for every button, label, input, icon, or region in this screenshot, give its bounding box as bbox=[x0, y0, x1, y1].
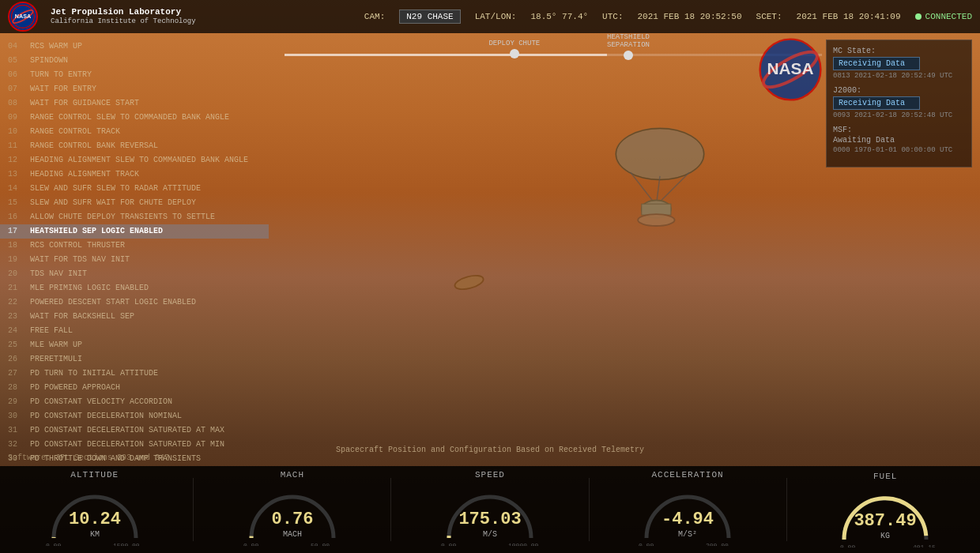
mc-state-value: Receiving Data bbox=[833, 57, 920, 70]
list-item: 26PRERETIMULI bbox=[0, 352, 269, 367]
msf-sub: 0000 1970-01-01 00:00:00 UTC bbox=[833, 146, 965, 154]
list-item: 08WAIT FOR GUIDANCE START bbox=[0, 96, 269, 111]
list-item: 24FREE FALL bbox=[0, 324, 269, 338]
event-label: MLE PRIMING LOGIC ENABLED bbox=[30, 283, 149, 294]
event-label: PD POWERED APPROACH bbox=[30, 382, 120, 393]
progress-bar-area: DEPLOY CHUTE HEATSHIELDSEPARATION bbox=[285, 33, 822, 61]
list-item: 04RCS WARM UP bbox=[0, 40, 269, 54]
event-label: HEADING ALIGNMENT TRACK bbox=[30, 169, 139, 180]
j2000-label: J2000: bbox=[833, 86, 965, 95]
mc-state-row: MC State: Receiving Data 0813 2021-02-18… bbox=[833, 47, 965, 80]
gauge-divider bbox=[786, 478, 787, 541]
svg-text:KM: KM bbox=[90, 530, 100, 539]
fuel-gauge-label: FUEL bbox=[873, 472, 897, 481]
svg-text:50.00: 50.00 bbox=[311, 542, 330, 546]
event-num: 27 bbox=[8, 368, 25, 379]
gauge-acceleration-label: ACCELERATION bbox=[651, 470, 723, 480]
spacecraft-visualization bbox=[300, 63, 814, 450]
header-info: CAM: N29 CHASE LAT/LON: 18.5° 77.4° UTC:… bbox=[364, 9, 972, 24]
event-label: PD CONSTANT DECELERATION NOMINAL bbox=[30, 411, 182, 422]
svg-text:0.00: 0.00 bbox=[639, 542, 654, 546]
heatshield-label: HEATSHIELDSEPARATION bbox=[607, 33, 650, 62]
event-num: 18 bbox=[8, 240, 25, 251]
gauge-divider bbox=[390, 478, 391, 541]
svg-rect-12 bbox=[642, 204, 671, 215]
event-label: WAIT FOR BACKSHELL SEP bbox=[30, 311, 134, 322]
list-item: 17HEATSHIELD SEP LOGIC ENABLED bbox=[0, 224, 269, 239]
msf-row: MSF: Awaiting Data 0000 1970-01-01 00:00… bbox=[833, 126, 965, 154]
svg-text:175.03: 175.03 bbox=[458, 510, 521, 529]
gauges-bar: ALTITUDE 10.24 KM 0.00 1500.00 MACH 0.76… bbox=[0, 466, 980, 553]
svg-text:0.00: 0.00 bbox=[243, 542, 258, 546]
event-label: SLEW AND SUFR WAIT FOR CHUTE DEPLOY bbox=[30, 198, 196, 209]
event-num: 10 bbox=[8, 126, 25, 137]
event-num: 19 bbox=[8, 254, 25, 265]
event-label: FREE FALL bbox=[30, 325, 73, 337]
fuel-arc: 387.49 KG 0.00 401.15 bbox=[834, 484, 937, 547]
telemetry-panel: MC State: Receiving Data 0813 2021-02-18… bbox=[826, 40, 972, 167]
list-item: 07WAIT FOR ENTRY bbox=[0, 82, 269, 96]
svg-point-14 bbox=[454, 273, 485, 292]
list-item: 09RANGE CONTROL SLEW TO COMMANDED BANK A… bbox=[0, 111, 269, 125]
event-num: 07 bbox=[8, 84, 25, 95]
svg-text:-4.94: -4.94 bbox=[662, 510, 714, 529]
gauge-altitude-arc: 10.24 KM 0.00 1500.00 bbox=[43, 483, 146, 550]
svg-text:10.24: 10.24 bbox=[69, 510, 121, 529]
gauge-mach-arc: 0.76 MACH 0.00 50.00 bbox=[241, 483, 344, 550]
event-num: 25 bbox=[8, 340, 25, 351]
event-num: 29 bbox=[8, 397, 25, 408]
gauge-altitude: ALTITUDE 10.24 KM 0.00 1500.00 bbox=[36, 470, 154, 550]
event-num: 28 bbox=[8, 382, 25, 393]
gauge-altitude-label: ALTITUDE bbox=[70, 470, 119, 480]
j2000-value: Receiving Data bbox=[833, 96, 920, 110]
event-num: 05 bbox=[8, 55, 25, 66]
software-credit: Software: JPL Sections 393 and 347 bbox=[8, 453, 169, 462]
event-label: RANGE CONTROL BANK REVERSAL bbox=[30, 141, 158, 152]
event-label: RCS CONTROL THRUSTER bbox=[30, 240, 125, 251]
event-label: MLE WARM UP bbox=[30, 340, 82, 351]
list-item: 23WAIT FOR BACKSHELL SEP bbox=[0, 310, 269, 324]
event-label: WAIT FOR GUIDANCE START bbox=[30, 98, 139, 109]
jpl-title: Jet Propulsion Laboratory bbox=[51, 6, 196, 17]
jpl-subtitle: California Institute of Technology bbox=[51, 17, 196, 27]
event-label: PD CONSTANT DECELERATION SATURATED AT MI… bbox=[30, 439, 224, 450]
event-label: HEADING ALIGNMENT SLEW TO COMMANDED BANK… bbox=[30, 155, 248, 166]
event-label: SLEW AND SUFR SLEW TO RADAR ATTITUDE bbox=[30, 183, 201, 194]
svg-point-13 bbox=[638, 214, 674, 226]
svg-text:MACH: MACH bbox=[283, 530, 302, 539]
event-label: TURN TO ENTRY bbox=[30, 70, 92, 81]
event-num: 04 bbox=[8, 41, 25, 52]
progress-fill bbox=[285, 54, 607, 56]
msf-label: MSF: bbox=[833, 126, 965, 134]
event-label: HEATSHIELD SEP LOGIC ENABLED bbox=[30, 226, 163, 237]
list-item: 31PD CONSTANT DECELERATION SATURATED AT … bbox=[0, 423, 269, 438]
connected-dot bbox=[915, 13, 922, 20]
svg-text:M/S²: M/S² bbox=[678, 530, 697, 539]
event-label: PD TURN TO INITIAL ATTITUDE bbox=[30, 368, 158, 379]
event-label: PRERETIMULI bbox=[30, 354, 82, 365]
svg-text:1500.00: 1500.00 bbox=[113, 542, 140, 546]
gauge-mach: MACH 0.76 MACH 0.00 50.00 bbox=[233, 470, 352, 550]
gauge-divider bbox=[193, 478, 194, 541]
event-label: POWERED DESCENT START LOGIC ENABLED bbox=[30, 297, 196, 308]
event-num: 17 bbox=[8, 226, 25, 237]
utc-value: 2021 FEB 18 20:52:50 bbox=[638, 12, 742, 21]
list-item: 15SLEW AND SUFR WAIT FOR CHUTE DEPLOY bbox=[0, 196, 269, 210]
event-label: SPINDOWN bbox=[30, 55, 68, 66]
list-item: 22POWERED DESCENT START LOGIC ENABLED bbox=[0, 295, 269, 310]
lat-lon-value: 18.5° 77.4° bbox=[530, 12, 588, 21]
event-label: ALLOW CHUTE DEPLOY TRANSIENTS TO SETTLE bbox=[30, 212, 215, 223]
svg-text:M/S: M/S bbox=[483, 530, 497, 539]
spacecraft-caption: Spacecraft Position and Configuration Ba… bbox=[336, 446, 644, 454]
cam-value: N29 CHASE bbox=[399, 9, 460, 24]
svg-text:401.15: 401.15 bbox=[913, 544, 936, 547]
scet-value: 2021 FEB 18 20:41:09 bbox=[797, 12, 901, 21]
list-item: 11RANGE CONTROL BANK REVERSAL bbox=[0, 139, 269, 153]
event-label: RCS WARM UP bbox=[30, 41, 82, 52]
connected-label: CONNECTED bbox=[925, 12, 972, 21]
event-label: TDS NAV INIT bbox=[30, 269, 87, 280]
list-item: 25MLE WARM UP bbox=[0, 338, 269, 352]
event-list: 04RCS WARM UP05SPINDOWN06TURN TO ENTRY07… bbox=[0, 33, 269, 466]
svg-text:NASA: NASA bbox=[15, 13, 31, 20]
fuel-gauge: FUEL 387.49 KG 0.00 401.15 bbox=[826, 472, 944, 547]
